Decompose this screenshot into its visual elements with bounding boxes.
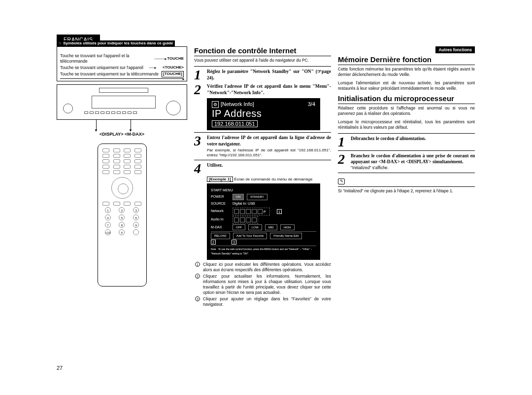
step-number: 1	[338, 136, 348, 148]
symbols-box: Symboles utilisés pour indiquer les touc…	[57, 46, 187, 81]
annot2-text: Cliquez pour actualiser les informations…	[203, 274, 331, 295]
micro-init-p1: Réalisez cette procédure si l'affichage …	[338, 106, 475, 116]
symbol-row-3: Touche se trouvant uniquement sur la tél…	[60, 71, 184, 77]
callout-1: 1	[277, 209, 282, 214]
mock-high-pill: HIGH	[280, 224, 295, 231]
mock-friendly-pill: Friendly Name Edit	[270, 233, 302, 239]
remote-control-illustration: 123 456 789 +100	[98, 144, 147, 287]
init-step-2: 2 Branchez le cordon d'alimentation à un…	[338, 153, 475, 171]
annot3-text: Cliquez pour ajouter un réglage dans les…	[203, 296, 331, 307]
symbol-row2-text: Touche se trouvant uniquement sur l'appa…	[60, 65, 143, 71]
step2-text: Vérifiez l'adresse IP de cet appareil da…	[207, 84, 331, 95]
device-knob-right	[166, 101, 181, 115]
step1-text: Réglez le paramètre "Network Standby" su…	[207, 69, 331, 80]
symbol-row-1: Touche se trouvant sur l'appareil et la …	[60, 53, 184, 65]
step-number: 4	[194, 162, 204, 175]
arrow-right-icon: ──➤	[149, 66, 157, 70]
mock-source-value: Digital In: USB	[233, 201, 255, 207]
annot1-text: Cliquez ici pour exécuter les différente…	[203, 262, 331, 273]
step-number: 2	[194, 83, 204, 96]
device-knob-left	[63, 104, 73, 113]
step-1: 1 Réglez le paramètre "Network Standby" …	[194, 69, 331, 81]
right-column: Autres fonctions Mémoire Dernière foncti…	[338, 46, 475, 309]
annotation-1: 1Cliquez ici pour exécuter les différent…	[195, 262, 331, 273]
ip-address-title: IP Address	[212, 108, 315, 119]
note-icon: ✎	[338, 179, 345, 184]
device-front-panel-illustration	[57, 84, 187, 120]
step-3: 3 Entrez l'adresse IP de cet appareil da…	[194, 135, 331, 158]
init-step-1: 1 Débranchez le cordon d'alimentation.	[338, 136, 475, 148]
display-mdax-label: <DISPLAY> <M-DAX>	[57, 132, 187, 137]
last-memory-p1: Cette fonction mémorise les paramètres t…	[338, 67, 475, 77]
other-functions-pill: Autres fonctions	[435, 46, 475, 53]
init-step2-note: "Initialized" s'affiche.	[351, 165, 475, 171]
step3-text: Entrez l'adresse IP de cet appareil dans…	[207, 135, 331, 146]
step3-note: Par exemple, si l'adresse IP de cet appa…	[207, 148, 331, 158]
annotation-3: 3Cliquez pour ajouter un réglage dans le…	[195, 296, 331, 307]
mock-standby-pill: STANDBY	[247, 194, 267, 200]
page-content: FRANÇAIS Symboles utilisés pour indiquer…	[57, 35, 483, 309]
mock-audioin-label: Audio In	[211, 216, 230, 223]
network-info-label: [Network Info]	[221, 101, 254, 107]
step-4: 4 Utilisez.	[194, 162, 331, 175]
left-column: Symboles utilisés pour indiquer les touc…	[57, 46, 187, 309]
step-number: 3	[194, 135, 204, 158]
step4-text: Utilisez.	[207, 163, 223, 168]
internet-control-heading: Fonction de contrôle Internet	[194, 46, 331, 56]
mock-low-pill: LOW	[248, 224, 262, 231]
last-memory-heading: Mémoire Dernière fonction	[338, 55, 475, 65]
step-2: 2 Vérifiez l'adresse IP de cet appareil …	[194, 83, 331, 96]
mock-off-pill: OFF	[233, 224, 245, 231]
arrow-right-icon: ────➤	[155, 57, 167, 61]
mock-on-pill: ON	[233, 194, 244, 200]
init-step1-text: Débranchez le cordon d'alimentation.	[351, 136, 426, 141]
last-memory-p2: Lorsque l'alimentation est de nouveau ac…	[338, 80, 475, 91]
device-slot	[99, 88, 148, 93]
touche-bracket-label: [TOUCHE]	[162, 71, 184, 77]
example-tag: [Exemple 1]	[207, 177, 233, 182]
remote-dpad	[111, 177, 133, 199]
mock-note-label: Note	[211, 248, 216, 251]
mock-addfav-pill: Add To Your Favorite	[233, 233, 267, 239]
micro-init-heading: Initialisation du microprocesseur	[338, 94, 475, 104]
arrow-corner-icon: ➤	[182, 77, 185, 81]
ip-address-value: 192.168.011.051	[212, 120, 258, 127]
ip-address-display: ⚙[Network Info] 3/4 IP Address 192.168.0…	[207, 98, 320, 130]
step-number: 1	[194, 69, 204, 81]
pointer-arrows	[57, 120, 187, 131]
symbols-header: Symboles utilisés pour indiquer les touc…	[57, 40, 175, 47]
step-number: 2	[338, 153, 348, 171]
mock-power-label: POWER	[211, 194, 230, 200]
touche-angle-label: <TOUCHE>	[163, 65, 184, 71]
columns: Symboles utilisés pour indiquer les touc…	[57, 46, 483, 309]
touche-label: TOUCHE	[167, 56, 184, 62]
callout-2: 2	[211, 240, 216, 245]
mock-audioin-icons	[233, 216, 258, 224]
mock-network-icons: P	[233, 208, 270, 215]
callout-3: 3	[232, 240, 236, 245]
annotation-2: 2Cliquez pour actualiser les information…	[195, 274, 331, 295]
micro-init-p2: Lorsque le microprocesseur est réinitial…	[338, 119, 475, 130]
device-buttons-row	[84, 111, 163, 114]
internet-control-intro: Vous pouvez utiliser cet appareil à l'ai…	[194, 58, 331, 63]
mock-mid-pill: MID	[265, 224, 277, 231]
symbol-row3-text: Touche se trouvant uniquement sur la tél…	[60, 72, 159, 77]
middle-column: Fonction de contrôle Internet Vous pouve…	[194, 46, 331, 309]
symbol-row-2: Touche se trouvant uniquement sur l'appa…	[60, 65, 184, 71]
init-step2-text: Branchez le cordon d'alimentation à une …	[351, 153, 475, 165]
network-icon: ⚙	[212, 101, 219, 108]
mock-reload-pill: RELOAD	[211, 233, 230, 239]
mock-network-label: Network	[211, 208, 230, 215]
mock-mdax-label: M-DAX	[211, 224, 230, 231]
footnote: Si "Initialized" ne clignote pas à l'éta…	[338, 188, 475, 194]
mock-title: START MENU	[211, 187, 316, 194]
device-display	[92, 96, 156, 108]
symbol-row1-text: Touche se trouvant sur l'appareil et la …	[60, 53, 155, 65]
mock-source-label: SOURCE	[211, 201, 230, 207]
page-count: 3/4	[308, 101, 315, 108]
web-ui-mockup: START MENU POWER ON STANDBY SOURCE Digit…	[207, 183, 320, 260]
page-number: 27	[57, 365, 63, 371]
example-text: Écran de commande du menu de démarrage	[234, 177, 312, 181]
mock-note-text: To use the web control function, press t…	[211, 248, 312, 255]
